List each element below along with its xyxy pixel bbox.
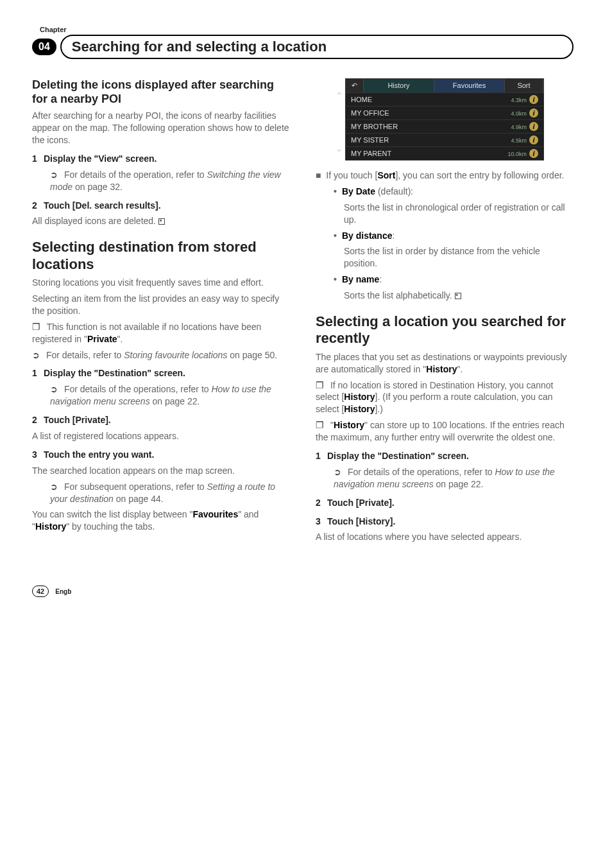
list-item-label: MY BROTHER: [351, 123, 398, 130]
list-item[interactable]: MY BROTHER 4.9kmi: [346, 119, 543, 133]
recent-p1: The places that you set as destinations …: [316, 351, 574, 376]
sort-by-distance-body: Sorts the list in order by distance from…: [344, 245, 574, 270]
footer-lang: Engb: [55, 588, 71, 595]
info-icon[interactable]: i: [529, 95, 538, 104]
chapter-label: Chapter: [40, 26, 574, 33]
info-icon[interactable]: i: [529, 122, 538, 131]
favourites-tab[interactable]: Favourites: [434, 79, 505, 92]
favourites-screenshot: ⌃ ⌄ ↶ History Favourites Sort HOME 4.3km…: [345, 78, 544, 161]
sel-step1-ref: For details of the operations, refer to …: [50, 383, 290, 408]
history-tab[interactable]: History: [364, 79, 434, 92]
list-item[interactable]: MY PARENT 10.0kmi: [346, 146, 543, 160]
recent-step1: 1Display the "Destination" screen.: [316, 450, 574, 462]
sel-step2: 2Touch [Private].: [32, 414, 290, 426]
distance-label: 4.3km: [511, 97, 527, 103]
scroll-up-icon: ⌃: [336, 91, 343, 101]
step-2-body: All displayed icons are deleted.: [32, 215, 290, 227]
sort-by-date-body: Sorts the list in chronological order of…: [344, 202, 574, 226]
page-number: 42: [32, 586, 49, 597]
sel-step3-ref: For subsequent operations, refer to Sett…: [50, 481, 290, 505]
sort-by-name: By name:: [334, 273, 574, 286]
back-icon[interactable]: ↶: [346, 79, 364, 92]
sort-intro: ■ If you touch [Sort], you can sort the …: [316, 169, 574, 182]
sel-tail: You can switch the list display between …: [32, 508, 290, 533]
sort-button[interactable]: Sort: [505, 79, 543, 92]
delete-icons-heading: Deleting the icons displayed after searc…: [32, 78, 290, 106]
sel-step2-body: A list of registered locations appears.: [32, 430, 290, 442]
list-item-label: MY PARENT: [351, 150, 391, 157]
info-icon[interactable]: i: [529, 149, 538, 158]
sort-by-distance: By distance:: [334, 230, 574, 242]
sel-step1: 1Display the "Destination" screen.: [32, 367, 290, 379]
recent-note1: If no location is stored in Destination …: [316, 379, 574, 416]
step-2-del-search: 2Touch [Del. search results].: [32, 200, 290, 212]
list-item-label: MY OFFICE: [351, 109, 389, 117]
sort-by-date: By Date (default):: [334, 186, 574, 198]
distance-label: 4.0km: [511, 110, 527, 117]
recent-step3: 3Touch [History].: [316, 516, 574, 528]
distance-label: 4.5km: [511, 137, 527, 144]
chapter-header: 04 Searching for and selecting a locatio…: [32, 35, 574, 59]
recent-step1-ref: For details of the operations, refer to …: [334, 466, 574, 490]
sel-step3: 3Touch the entry you want.: [32, 449, 290, 461]
sel-p1: Storing locations you visit frequently s…: [32, 277, 290, 289]
right-column: ⌃ ⌄ ↶ History Favourites Sort HOME 4.3km…: [316, 78, 574, 547]
list-item[interactable]: HOME 4.3kmi: [346, 92, 543, 106]
page-footer: 42 Engb: [32, 586, 574, 597]
info-icon[interactable]: i: [529, 108, 538, 117]
list-item-label: MY SISTER: [351, 136, 389, 144]
info-icon[interactable]: i: [529, 135, 538, 144]
step-1-ref: For details of the operation, refer to S…: [50, 169, 290, 193]
list-item[interactable]: MY OFFICE 4.0kmi: [346, 106, 543, 119]
chapter-title: Searching for and selecting a location: [60, 35, 574, 59]
list-item[interactable]: MY SISTER 4.5kmi: [346, 133, 543, 146]
sel-note1: This function is not available if no loc…: [32, 321, 290, 345]
sort-by-name-body: Sorts the list alphabetically.: [344, 290, 574, 302]
sel-step3-body: The searched location appears on the map…: [32, 465, 290, 477]
sel-p2: Selecting an item from the list provides…: [32, 293, 290, 317]
sel-ref1: For details, refer to Storing favourite …: [32, 349, 290, 361]
distance-label: 10.0km: [507, 151, 527, 157]
end-mark-icon: [158, 218, 165, 225]
scroll-down-icon: ⌄: [336, 143, 343, 153]
recent-step2: 2Touch [Private].: [316, 497, 574, 509]
recent-location-heading: Selecting a location you searched for re…: [316, 313, 574, 347]
recent-step3-body: A list of locations where you have selec…: [316, 531, 574, 543]
step-1-view: 1Display the "View" screen.: [32, 153, 290, 165]
chapter-number-badge: 04: [32, 39, 56, 55]
end-mark-icon: [455, 293, 461, 299]
left-column: Deleting the icons displayed after searc…: [32, 78, 290, 547]
selecting-destination-heading: Selecting destination from stored locati…: [32, 239, 290, 273]
recent-note2: "History" can store up to 100 locations.…: [316, 419, 574, 444]
delete-icons-intro: After searching for a nearby POI, the ic…: [32, 110, 290, 146]
distance-label: 4.9km: [511, 124, 527, 130]
list-item-label: HOME: [351, 96, 372, 103]
